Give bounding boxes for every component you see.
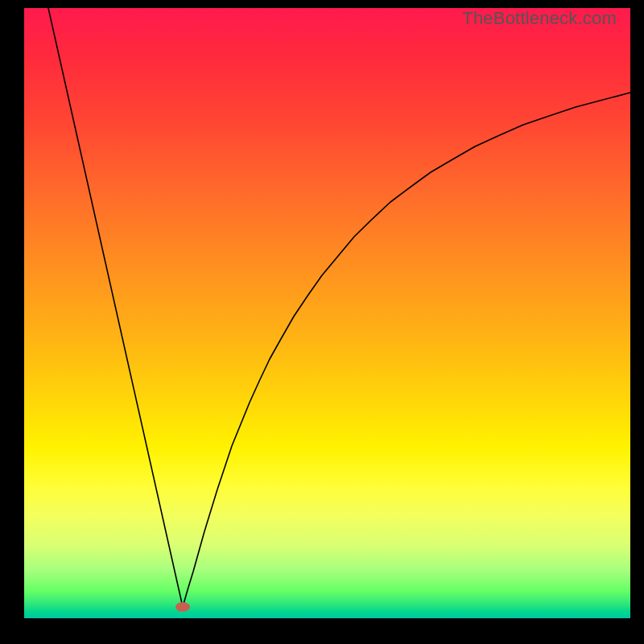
chart-frame: TheBottleneck.com: [0, 0, 644, 644]
plot-area: TheBottleneck.com: [24, 8, 630, 618]
curve-left-segment: [48, 8, 183, 607]
min-marker: [175, 602, 190, 612]
curve-right-segment: [183, 93, 630, 607]
chart-svg: [24, 8, 630, 618]
